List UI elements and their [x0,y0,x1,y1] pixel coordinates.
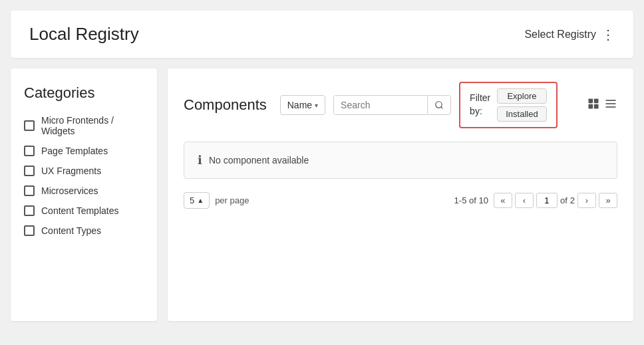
categories-list: Micro Frontends / Widgets Page Templates… [24,115,144,236]
components-title: Components [184,96,267,114]
category-label-page-templates: Page Templates [41,146,108,156]
category-label-microservices: Microservices [41,185,98,196]
header-actions: Select Registry ⋮ [524,27,615,43]
select-registry-button[interactable]: Select Registry [524,29,596,41]
first-page-button[interactable]: « [494,193,512,208]
grid-view-icon[interactable] [587,97,600,114]
filter-installed-button[interactable]: Installed [497,106,546,122]
list-view-icon[interactable] [604,97,617,114]
sidebar-item-page-templates[interactable]: Page Templates [24,146,144,156]
sidebar-item-ux-fragments[interactable]: UX Fragments [24,166,144,176]
sort-label: Name [287,100,312,110]
svg-line-1 [441,107,443,109]
main-content: Categories Micro Frontends / Widgets Pag… [11,68,633,321]
info-icon: ℹ [198,153,202,168]
svg-rect-2 [589,98,593,103]
category-checkbox-micro-frontends[interactable] [24,120,35,131]
per-page-label: per page [215,195,249,205]
category-checkbox-content-types[interactable] [24,225,35,236]
search-icon [434,100,444,110]
category-checkbox-ux-fragments[interactable] [24,166,35,176]
no-component-text: No component available [209,155,309,166]
sidebar-title: Categories [24,84,144,102]
sidebar-item-content-types[interactable]: Content Types [24,225,144,236]
category-checkbox-microservices[interactable] [24,185,35,196]
sort-dropdown[interactable]: Name ▾ [280,95,325,115]
svg-rect-4 [589,104,593,108]
category-checkbox-page-templates[interactable] [24,146,35,156]
pagination-info: 1-5 of 10 [454,195,488,205]
svg-point-0 [436,102,442,108]
sidebar-item-content-templates[interactable]: Content Templates [24,205,144,216]
category-label-ux-fragments: UX Fragments [41,166,101,176]
pagination: 5 ▲ per page 1-5 of 10 « ‹ of 2 › » [184,192,617,209]
filter-label: Filter by: [470,92,490,118]
last-page-button[interactable]: » [599,193,617,208]
components-header: Components Name ▾ Filter [184,82,617,128]
total-pages: 2 [570,195,575,205]
page-title: Local Registry [29,24,139,45]
sidebar: Categories Micro Frontends / Widgets Pag… [11,68,157,321]
prev-page-button[interactable]: ‹ [515,193,534,208]
svg-rect-5 [594,104,599,108]
sidebar-item-micro-frontends[interactable]: Micro Frontends / Widgets [24,115,144,136]
svg-rect-3 [594,98,599,103]
per-page-arrow-icon: ▲ [197,197,204,204]
category-label-content-types: Content Types [41,225,101,236]
sidebar-item-microservices[interactable]: Microservices [24,185,144,196]
per-page-selector[interactable]: 5 ▲ [184,192,210,209]
search-button[interactable] [427,96,450,114]
per-page-value: 5 [190,195,194,205]
current-page-input[interactable] [536,193,558,208]
filter-buttons: Explore Installed [497,88,546,122]
page-of-label: of [560,195,567,205]
category-label-content-templates: Content Templates [41,205,118,216]
no-component-message: ℹ No component available [184,142,617,179]
category-label-micro-frontends: Micro Frontends / Widgets [41,115,144,136]
search-container [333,95,451,115]
filter-box: Filter by: Explore Installed [459,82,558,128]
category-checkbox-content-templates[interactable] [24,205,35,216]
header: Local Registry Select Registry ⋮ [11,11,633,58]
components-panel: Components Name ▾ Filter [168,68,633,321]
pagination-controls: « ‹ of 2 › » [494,193,617,208]
view-toggle [587,97,617,114]
filter-explore-button[interactable]: Explore [497,88,546,104]
more-options-icon[interactable]: ⋮ [601,27,615,43]
sort-arrow-icon: ▾ [315,102,318,109]
next-page-button[interactable]: › [577,193,596,208]
search-input[interactable] [334,96,427,114]
